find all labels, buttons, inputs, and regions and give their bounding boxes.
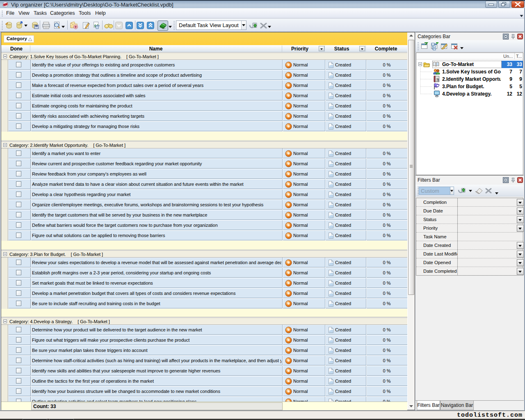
svg-text:5: 5 — [437, 78, 438, 81]
